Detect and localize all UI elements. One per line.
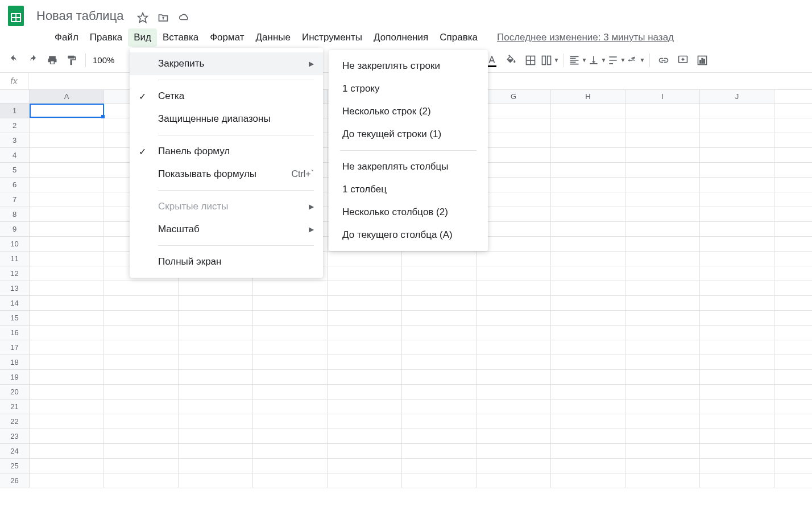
cell[interactable] bbox=[30, 133, 104, 147]
cell[interactable] bbox=[402, 296, 477, 310]
cell[interactable] bbox=[402, 399, 477, 414]
cell[interactable] bbox=[104, 281, 179, 295]
cell[interactable] bbox=[625, 133, 700, 147]
cell[interactable] bbox=[551, 266, 625, 281]
text-wrap-icon[interactable]: ▼ bbox=[607, 51, 625, 69]
cell[interactable] bbox=[104, 414, 179, 429]
cell[interactable] bbox=[104, 385, 179, 399]
cell[interactable] bbox=[551, 237, 625, 251]
cell[interactable] bbox=[700, 355, 774, 369]
cell[interactable] bbox=[551, 296, 625, 310]
horizontal-align-icon[interactable]: ▼ bbox=[569, 51, 587, 69]
redo-icon[interactable] bbox=[24, 51, 42, 69]
row-header[interactable]: 3 bbox=[0, 133, 30, 147]
borders-icon[interactable] bbox=[521, 51, 540, 69]
cell[interactable] bbox=[625, 399, 700, 414]
freeze-multi-rows[interactable]: Несколько строк (2) bbox=[329, 100, 488, 123]
cell[interactable] bbox=[551, 444, 625, 458]
paint-format-icon[interactable] bbox=[63, 51, 81, 69]
cell[interactable] bbox=[700, 281, 774, 295]
fill-color-icon[interactable] bbox=[502, 51, 520, 69]
cell[interactable] bbox=[179, 399, 253, 414]
menu-format[interactable]: Формат bbox=[204, 28, 250, 47]
cell[interactable] bbox=[700, 326, 774, 340]
cell[interactable] bbox=[328, 311, 402, 325]
cell[interactable] bbox=[253, 281, 328, 295]
cell[interactable] bbox=[551, 459, 625, 473]
cell[interactable] bbox=[477, 252, 551, 266]
menu-addons[interactable]: Дополнения bbox=[368, 28, 434, 47]
cell[interactable] bbox=[700, 444, 774, 458]
cell[interactable] bbox=[402, 266, 477, 281]
cell[interactable] bbox=[551, 473, 625, 488]
freeze-one-col[interactable]: 1 столбец bbox=[329, 178, 488, 201]
row-header[interactable]: 11 bbox=[0, 252, 30, 266]
cell[interactable] bbox=[700, 133, 774, 147]
row-header[interactable]: 22 bbox=[0, 414, 30, 429]
cell[interactable] bbox=[104, 340, 179, 355]
cell[interactable] bbox=[402, 429, 477, 443]
cell[interactable] bbox=[104, 311, 179, 325]
cell[interactable] bbox=[253, 385, 328, 399]
menu-file[interactable]: Файл bbox=[49, 28, 84, 47]
cell[interactable] bbox=[104, 399, 179, 414]
cell[interactable] bbox=[700, 237, 774, 251]
cell[interactable] bbox=[402, 311, 477, 325]
cell[interactable] bbox=[30, 178, 104, 192]
zoom-value[interactable]: 100% bbox=[90, 55, 117, 65]
cell[interactable] bbox=[30, 399, 104, 414]
cell[interactable] bbox=[328, 252, 402, 266]
cell[interactable] bbox=[477, 296, 551, 310]
cell[interactable] bbox=[700, 459, 774, 473]
cell[interactable] bbox=[253, 473, 328, 488]
row-header[interactable]: 8 bbox=[0, 207, 30, 221]
cell[interactable] bbox=[30, 266, 104, 281]
freeze-no-rows[interactable]: Не закреплять строки bbox=[329, 55, 488, 77]
cell[interactable] bbox=[30, 118, 104, 133]
cell[interactable] bbox=[551, 252, 625, 266]
cell[interactable] bbox=[179, 414, 253, 429]
row-header[interactable]: 20 bbox=[0, 385, 30, 399]
cell[interactable] bbox=[104, 355, 179, 369]
freeze-multi-cols[interactable]: Несколько столбцов (2) bbox=[329, 201, 488, 224]
cell[interactable] bbox=[700, 296, 774, 310]
text-rotation-icon[interactable]: ▼ bbox=[627, 51, 645, 69]
row-header[interactable]: 25 bbox=[0, 459, 30, 473]
cell[interactable] bbox=[551, 326, 625, 340]
cell[interactable] bbox=[30, 148, 104, 162]
cell[interactable] bbox=[104, 370, 179, 384]
cell[interactable] bbox=[253, 444, 328, 458]
menu-show-formulas[interactable]: Показывать формулыCtrl+` bbox=[130, 163, 323, 186]
cell[interactable] bbox=[551, 385, 625, 399]
cell[interactable] bbox=[700, 104, 774, 118]
cell[interactable] bbox=[30, 414, 104, 429]
merge-cells-icon[interactable]: ▼ bbox=[541, 51, 559, 69]
row-header[interactable]: 2 bbox=[0, 118, 30, 133]
cell[interactable] bbox=[477, 429, 551, 443]
cell[interactable] bbox=[328, 429, 402, 443]
col-header-h[interactable]: H bbox=[551, 90, 625, 103]
insert-chart-icon[interactable] bbox=[693, 51, 711, 69]
cell[interactable] bbox=[551, 222, 625, 236]
cell[interactable] bbox=[625, 326, 700, 340]
menu-protected-ranges[interactable]: Защищенные диапазоны bbox=[130, 108, 323, 130]
cell[interactable] bbox=[328, 266, 402, 281]
cell[interactable] bbox=[30, 355, 104, 369]
cell[interactable] bbox=[700, 252, 774, 266]
cell[interactable] bbox=[328, 355, 402, 369]
cell[interactable] bbox=[625, 385, 700, 399]
col-header-i[interactable]: I bbox=[625, 90, 700, 103]
cell[interactable] bbox=[328, 385, 402, 399]
cell[interactable] bbox=[402, 370, 477, 384]
cell[interactable] bbox=[253, 355, 328, 369]
row-header[interactable]: 6 bbox=[0, 178, 30, 192]
cell[interactable] bbox=[253, 340, 328, 355]
menu-formula-bar[interactable]: ✓Панель формул bbox=[130, 140, 323, 163]
cell[interactable] bbox=[477, 370, 551, 384]
cell[interactable] bbox=[551, 355, 625, 369]
cell[interactable] bbox=[625, 414, 700, 429]
cell[interactable] bbox=[551, 281, 625, 295]
cell[interactable] bbox=[179, 385, 253, 399]
print-icon[interactable] bbox=[43, 51, 61, 69]
cell[interactable] bbox=[328, 281, 402, 295]
